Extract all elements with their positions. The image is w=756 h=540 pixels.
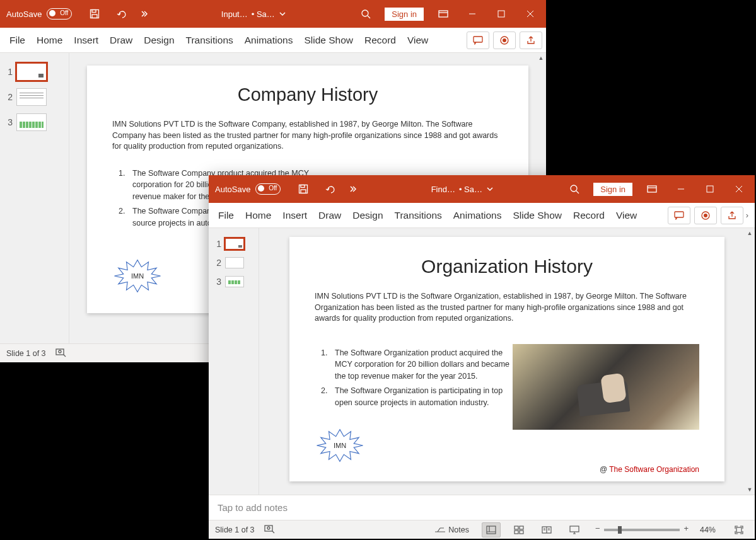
toggle-switch[interactable]: Off <box>47 8 72 20</box>
normal-view-button[interactable] <box>482 522 501 537</box>
slide-footer[interactable]: @ The Software Organization <box>600 465 699 474</box>
zoom-level[interactable]: 44% <box>700 526 716 534</box>
comments-icon[interactable] <box>668 207 690 224</box>
accessibility-icon[interactable] <box>264 523 275 536</box>
slide-area: Organization History IMN Solutions PVT L… <box>259 228 755 495</box>
slide-list[interactable]: The Software Organization product acquir… <box>315 347 516 409</box>
share-icon[interactable] <box>520 32 542 49</box>
workspace: 1 2 3 Organization History IMN Solutions… <box>209 228 755 495</box>
slide-paragraph[interactable]: IMN Solutions PVT LTD is the Software Co… <box>112 119 503 152</box>
titlebar: AutoSave Off Find… • Sa… Sign in <box>209 175 755 203</box>
notes-pane[interactable]: Tap to add notes <box>209 495 755 520</box>
reading-view-button[interactable] <box>537 522 556 537</box>
slide-title[interactable]: Company History <box>112 84 503 105</box>
starburst-shape[interactable]: IMN <box>112 259 163 293</box>
tab-animations[interactable]: Animations <box>239 31 299 50</box>
document-title[interactable]: Find… • Sa… <box>364 185 561 194</box>
tab-file[interactable]: File <box>4 31 31 50</box>
thumbnail-1[interactable]: 1 <box>209 234 259 253</box>
share-icon[interactable] <box>721 207 743 224</box>
slide-sorter-button[interactable] <box>509 522 528 537</box>
fit-to-window-button[interactable] <box>730 522 748 537</box>
maximize-button[interactable] <box>695 175 724 203</box>
overflow-icon[interactable] <box>136 0 155 28</box>
zoom-slider[interactable]: −+ <box>604 529 680 531</box>
save-icon[interactable] <box>289 175 317 203</box>
svg-rect-27 <box>515 531 518 534</box>
undo-icon[interactable] <box>317 175 345 203</box>
svg-rect-22 <box>265 526 272 531</box>
tab-home[interactable]: Home <box>240 206 277 225</box>
tab-draw[interactable]: Draw <box>313 206 347 225</box>
minimize-button[interactable] <box>666 175 695 203</box>
slideshow-button[interactable] <box>565 522 584 537</box>
vertical-scrollbar[interactable]: ▲▼ <box>745 228 755 495</box>
titlebar: AutoSave Off Input… • Sa… Sign in <box>0 0 546 28</box>
ribbon-display-icon[interactable] <box>637 175 666 203</box>
accessibility-icon[interactable] <box>55 347 66 360</box>
footer-hyperlink[interactable]: The Software Organization <box>609 465 699 474</box>
tab-file[interactable]: File <box>212 206 240 225</box>
svg-rect-2 <box>92 14 97 18</box>
notes-button[interactable]: Notes <box>431 526 473 534</box>
autosave-toggle[interactable]: AutoSave Off <box>6 8 72 20</box>
svg-point-3 <box>362 10 368 16</box>
toggle-switch[interactable]: Off <box>255 183 281 195</box>
slide-counter[interactable]: Slide 1 of 3 <box>6 349 46 358</box>
autosave-toggle[interactable]: AutoSave Off <box>215 183 281 195</box>
svg-point-15 <box>571 185 577 192</box>
overflow-icon[interactable] <box>345 175 364 203</box>
sign-in-button[interactable]: Sign in <box>385 8 424 21</box>
slide-canvas[interactable]: Organization History IMN Solutions PVT L… <box>289 237 724 481</box>
slide-image[interactable] <box>513 344 699 430</box>
overflow-arrow-icon[interactable]: › <box>743 210 751 220</box>
tab-insert[interactable]: Insert <box>277 206 313 225</box>
minimize-button[interactable] <box>458 0 487 28</box>
undo-icon[interactable] <box>108 0 136 28</box>
chevron-down-icon <box>279 10 286 18</box>
comments-icon[interactable] <box>467 32 489 49</box>
search-icon[interactable] <box>352 0 380 28</box>
ribbon-tabs: File Home Insert Draw Design Transitions… <box>209 203 755 228</box>
save-icon[interactable] <box>81 0 108 28</box>
slide-title[interactable]: Organization History <box>315 256 699 277</box>
tab-draw[interactable]: Draw <box>104 31 138 50</box>
tab-transitions[interactable]: Transitions <box>180 31 239 50</box>
thumbnail-2[interactable]: 2 <box>209 253 259 272</box>
tab-slideshow[interactable]: Slide Show <box>507 206 567 225</box>
sign-in-button[interactable]: Sign in <box>593 183 632 196</box>
svg-rect-1 <box>92 10 96 13</box>
tab-view[interactable]: View <box>610 206 643 225</box>
tab-home[interactable]: Home <box>31 31 68 50</box>
tab-insert[interactable]: Insert <box>68 31 104 50</box>
svg-rect-25 <box>515 526 518 529</box>
record-icon[interactable] <box>493 32 516 49</box>
tab-slideshow[interactable]: Slide Show <box>298 31 359 50</box>
close-button[interactable] <box>724 175 753 203</box>
slide-counter[interactable]: Slide 1 of 3 <box>215 526 255 534</box>
document-title[interactable]: Input… • Sa… <box>155 9 352 19</box>
slide-paragraph[interactable]: IMN Solutions PVT LTD is the Software Or… <box>315 291 699 325</box>
ribbon-display-icon[interactable] <box>429 0 458 28</box>
tab-design[interactable]: Design <box>138 31 180 50</box>
tab-animations[interactable]: Animations <box>448 206 508 225</box>
svg-rect-10 <box>56 349 64 355</box>
record-icon[interactable] <box>694 207 717 224</box>
starburst-shape[interactable]: IMN <box>315 428 365 462</box>
search-icon[interactable] <box>561 175 588 203</box>
close-button[interactable] <box>516 0 545 28</box>
thumbnail-2[interactable]: 2 <box>0 84 69 110</box>
tab-record[interactable]: Record <box>567 206 610 225</box>
thumbnail-1[interactable]: 1 <box>0 59 69 84</box>
tab-record[interactable]: Record <box>359 31 402 50</box>
powerpoint-window-2: AutoSave Off Find… • Sa… Sign in File Ho… <box>209 175 755 539</box>
tab-view[interactable]: View <box>402 31 434 50</box>
maximize-button[interactable] <box>487 0 516 28</box>
svg-point-23 <box>267 527 270 529</box>
tab-design[interactable]: Design <box>347 206 388 225</box>
thumbnail-3[interactable]: 3 <box>0 110 69 135</box>
statusbar: Slide 1 of 3 Notes −+ 44% <box>209 520 755 539</box>
tab-transitions[interactable]: Transitions <box>389 206 448 225</box>
slide-thumbnails: 1 2 3 <box>0 53 69 343</box>
thumbnail-3[interactable]: 3 <box>209 272 259 291</box>
